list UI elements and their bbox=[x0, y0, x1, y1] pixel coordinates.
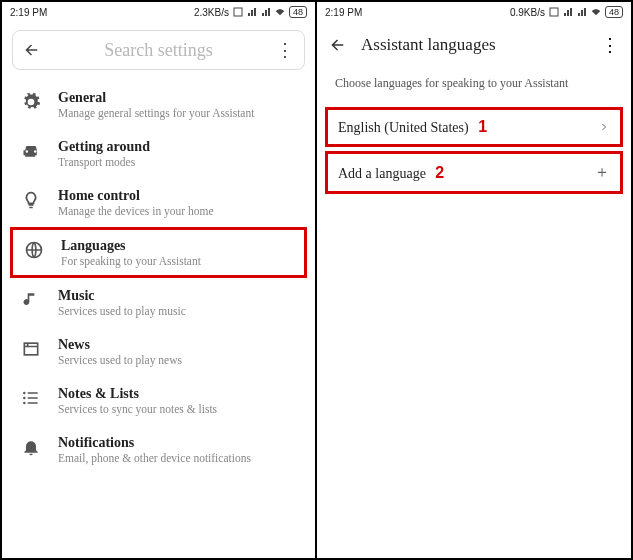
setting-text: Getting around Transport modes bbox=[58, 139, 301, 168]
left-screen: 2:19 PM 2.3KB/s 48 Search settings ⋮ Gen… bbox=[2, 2, 317, 558]
language-label: Add a language bbox=[338, 166, 426, 181]
setting-text: News Services used to play news bbox=[58, 337, 301, 366]
more-icon[interactable]: ⋮ bbox=[276, 41, 294, 59]
globe-icon bbox=[23, 238, 45, 260]
setting-text: Notifications Email, phone & other devic… bbox=[58, 435, 301, 464]
language-label: English (United States) bbox=[338, 120, 469, 135]
setting-home-control[interactable]: Home control Manage the devices in your … bbox=[2, 178, 315, 227]
setting-text: Notes & Lists Services to sync your note… bbox=[58, 386, 301, 415]
car-icon bbox=[20, 139, 42, 161]
setting-title: Getting around bbox=[58, 139, 301, 155]
setting-notes[interactable]: Notes & Lists Services to sync your note… bbox=[2, 376, 315, 425]
net-speed: 0.9KB/s bbox=[510, 7, 545, 18]
setting-title: Home control bbox=[58, 188, 301, 204]
music-icon bbox=[20, 288, 42, 310]
svg-point-3 bbox=[23, 392, 26, 395]
wifi-icon bbox=[275, 7, 285, 17]
setting-notifications[interactable]: Notifications Email, phone & other devic… bbox=[2, 425, 315, 474]
chevron-right-icon bbox=[598, 121, 610, 133]
svg-point-4 bbox=[23, 397, 26, 400]
setting-title: Notes & Lists bbox=[58, 386, 301, 402]
more-icon[interactable]: ⋮ bbox=[601, 36, 619, 54]
status-bar: 2:19 PM 0.9KB/s 48 bbox=[317, 2, 631, 22]
page-subtitle: Choose languages for speaking to your As… bbox=[317, 68, 631, 103]
list-icon bbox=[20, 386, 42, 408]
settings-list: General Manage general settings for your… bbox=[2, 76, 315, 478]
gear-icon bbox=[20, 90, 42, 112]
language-row-english[interactable]: English (United States) 1 bbox=[325, 107, 623, 147]
setting-sub: Services to sync your notes & lists bbox=[58, 403, 301, 415]
annotation-2: 2 bbox=[435, 164, 444, 181]
setting-sub: Manage the devices in your home bbox=[58, 205, 301, 217]
setting-sub: For speaking to your Assistant bbox=[61, 255, 298, 267]
setting-title: News bbox=[58, 337, 301, 353]
back-icon[interactable] bbox=[329, 36, 347, 54]
search-bar[interactable]: Search settings ⋮ bbox=[12, 30, 305, 70]
search-input[interactable]: Search settings bbox=[53, 40, 264, 61]
setting-languages[interactable]: Languages For speaking to your Assistant bbox=[10, 227, 307, 278]
setting-text: Home control Manage the devices in your … bbox=[58, 188, 301, 217]
svg-point-5 bbox=[23, 402, 26, 405]
bell-icon bbox=[20, 435, 42, 457]
svg-rect-0 bbox=[234, 8, 242, 16]
wifi-icon bbox=[591, 7, 601, 17]
back-icon[interactable] bbox=[23, 41, 41, 59]
plus-icon: ＋ bbox=[594, 162, 610, 183]
setting-title: Notifications bbox=[58, 435, 301, 451]
status-right: 0.9KB/s 48 bbox=[510, 6, 623, 18]
annotation-1: 1 bbox=[478, 118, 487, 135]
setting-title: General bbox=[58, 90, 301, 106]
news-icon bbox=[20, 337, 42, 359]
svg-rect-6 bbox=[550, 8, 558, 16]
setting-sub: Services used to play news bbox=[58, 354, 301, 366]
signal-icon bbox=[247, 7, 257, 17]
setting-title: Music bbox=[58, 288, 301, 304]
svg-rect-2 bbox=[24, 343, 37, 355]
status-bar: 2:19 PM 2.3KB/s 48 bbox=[2, 2, 315, 22]
battery-icon: 48 bbox=[605, 6, 623, 18]
setting-title: Languages bbox=[61, 238, 298, 254]
setting-text: Music Services used to play music bbox=[58, 288, 301, 317]
status-time: 2:19 PM bbox=[10, 7, 47, 18]
sim-icon bbox=[233, 7, 243, 17]
signal-icon bbox=[577, 7, 587, 17]
setting-sub: Transport modes bbox=[58, 156, 301, 168]
setting-general[interactable]: General Manage general settings for your… bbox=[2, 80, 315, 129]
header: Assistant languages ⋮ bbox=[317, 22, 631, 68]
battery-icon: 48 bbox=[289, 6, 307, 18]
language-row-add[interactable]: Add a language 2 ＋ bbox=[325, 151, 623, 194]
status-right: 2.3KB/s 48 bbox=[194, 6, 307, 18]
signal-icon bbox=[261, 7, 271, 17]
page-title: Assistant languages bbox=[361, 35, 587, 55]
setting-music[interactable]: Music Services used to play music bbox=[2, 278, 315, 327]
setting-sub: Manage general settings for your Assista… bbox=[58, 107, 301, 119]
setting-text: Languages For speaking to your Assistant bbox=[61, 238, 298, 267]
signal-icon bbox=[563, 7, 573, 17]
sim-icon bbox=[549, 7, 559, 17]
setting-getting-around[interactable]: Getting around Transport modes bbox=[2, 129, 315, 178]
net-speed: 2.3KB/s bbox=[194, 7, 229, 18]
setting-sub: Email, phone & other device notification… bbox=[58, 452, 301, 464]
right-screen: 2:19 PM 0.9KB/s 48 Assistant languages ⋮… bbox=[317, 2, 631, 558]
setting-sub: Services used to play music bbox=[58, 305, 301, 317]
setting-text: General Manage general settings for your… bbox=[58, 90, 301, 119]
bulb-icon bbox=[20, 188, 42, 210]
status-time: 2:19 PM bbox=[325, 7, 362, 18]
setting-news[interactable]: News Services used to play news bbox=[2, 327, 315, 376]
